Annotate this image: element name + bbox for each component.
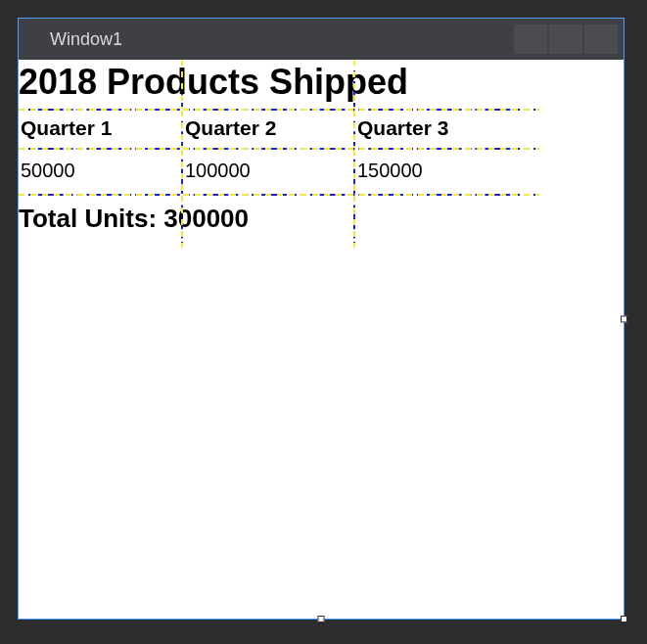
- grid-cell: Quarter 2: [183, 111, 355, 148]
- window-client-area[interactable]: 2018 Products Shipped Quarter 1 Quarter …: [19, 60, 624, 619]
- grid-cell: [355, 196, 539, 248]
- title-row: 2018 Products Shipped: [19, 60, 539, 111]
- column-header: Quarter 3: [357, 116, 537, 140]
- maximize-button[interactable]: [549, 24, 582, 54]
- close-button[interactable]: [584, 24, 618, 54]
- minimize-button[interactable]: [514, 24, 547, 54]
- grid-cell: Quarter 1: [19, 111, 183, 148]
- total-label: Total Units: 300000: [19, 204, 181, 234]
- title-cell: 2018 Products Shipped: [19, 60, 183, 109]
- grid-cell: 50000: [19, 150, 183, 194]
- grid-cell: 150000: [355, 150, 539, 194]
- resize-handle-bottom[interactable]: [318, 616, 325, 622]
- data-row: 50000 100000 150000: [19, 150, 539, 196]
- window-title: Window1: [50, 29, 122, 50]
- resize-handle-corner[interactable]: [621, 616, 627, 622]
- layout-grid: 2018 Products Shipped Quarter 1 Quarter …: [19, 60, 539, 248]
- header-row: Quarter 1 Quarter 2 Quarter 3: [19, 111, 539, 150]
- page-title: 2018 Products Shipped: [19, 62, 181, 103]
- column-header: Quarter 1: [21, 116, 179, 140]
- window-title-bar: Window1: [19, 19, 624, 60]
- grid-cell: Quarter 3: [355, 111, 539, 148]
- total-cell: Total Units: 300000: [19, 196, 183, 248]
- total-row: Total Units: 300000: [19, 196, 539, 248]
- designer-selection[interactable]: Window1 2018 Products Shipped Quarter 1 …: [18, 18, 624, 620]
- data-value: 150000: [357, 160, 537, 182]
- grid-cell: [355, 60, 539, 109]
- window-control-buttons: [514, 24, 618, 54]
- resize-handle-right[interactable]: [621, 315, 627, 322]
- grid-cell: [183, 60, 355, 109]
- grid-cell: 100000: [183, 150, 355, 194]
- data-value: 100000: [185, 160, 351, 182]
- data-value: 50000: [21, 160, 179, 182]
- grid-cell: [183, 196, 355, 248]
- column-header: Quarter 2: [185, 116, 351, 140]
